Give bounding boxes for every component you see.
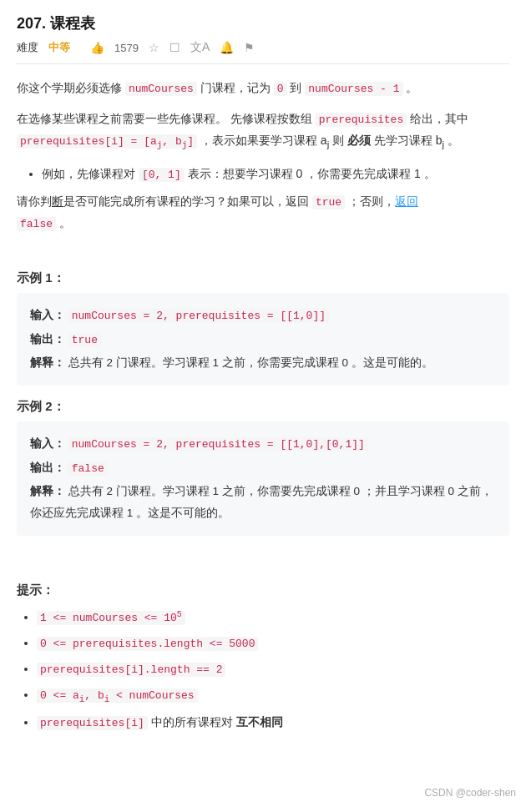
hint-item-3: prerequisites[i].length == 2 xyxy=(37,657,509,681)
desc-p1-code3: numCourses - 1 xyxy=(305,82,402,96)
desc-p3-code2: false xyxy=(17,217,56,231)
hint-item-4: 0 <= ai, bi < numCourses xyxy=(37,683,509,709)
desc-p3-text3: 。 xyxy=(56,216,71,229)
desc-para2: 在选修某些课程之前需要一些先修课程。 先修课程按数组 prerequisites… xyxy=(17,108,509,153)
hints-title: 提示： xyxy=(17,583,509,598)
watermark: CSDN @coder-shen xyxy=(424,787,516,799)
problem-title: 207. 课程表 xyxy=(17,13,95,33)
example1-input-label: 输入： xyxy=(30,309,65,321)
example1-input-value: numCourses = 2, prerequisites = [[1,0]] xyxy=(68,309,329,323)
hint-code-1: 1 <= numCourses <= 105 xyxy=(37,611,185,625)
example2-output-value: false xyxy=(68,461,108,476)
example2-box: 输入： numCourses = 2, prerequisites = [[1,… xyxy=(17,421,509,536)
problem-number: 207. xyxy=(17,15,46,32)
bullet-text2: 表示：想要学习课程 0 ，你需要先完成课程 1 。 xyxy=(185,167,436,180)
desc-p2-text3: ，表示如果要学习课程 aj 则 xyxy=(197,134,347,147)
example1-label: 示例 1： xyxy=(17,270,509,286)
desc-p3-text1: 请你判断是否可能完成所有课程的学习？如果可以，返回 xyxy=(17,194,312,208)
like-count: 1579 xyxy=(114,42,139,54)
desc-p2-code1: prerequisites xyxy=(316,113,407,127)
thumbs-up-icon[interactable]: 👍 xyxy=(90,41,104,54)
example2-output-label: 输出： xyxy=(30,461,65,474)
bookmark-icon[interactable]: ☐ xyxy=(169,41,180,54)
hint-bold-5: 互不相同 xyxy=(236,715,283,729)
example1-output-value: true xyxy=(68,333,101,347)
translate-icon[interactable]: 文A xyxy=(190,40,210,55)
bullet-list: 例如，先修课程对 [0, 1] 表示：想要学习课程 0 ，你需要先完成课程 1 … xyxy=(42,164,509,184)
desc-p1-text3: 到 xyxy=(287,81,306,94)
hint-code-5: prerequisites[i] xyxy=(37,716,148,730)
hint-text-5: 中的所有课程对 xyxy=(148,715,236,729)
bullet-text1: 例如，先修课程对 xyxy=(42,167,139,180)
example2-explain-value: 总共有 2 门课程。学习课程 1 之前，你需要先完成课程 0 ；并且学习课程 0… xyxy=(30,485,493,519)
meta-row: 难度 中等 👍 1579 ☆ ☐ 文A 🔔 ⚑ xyxy=(17,40,509,64)
bell-icon[interactable]: 🔔 xyxy=(220,41,234,54)
example1-box: 输入： numCourses = 2, prerequisites = [[1,… xyxy=(17,293,509,386)
example2-input-row: 输入： numCourses = 2, prerequisites = [[1,… xyxy=(30,433,496,456)
difficulty-value: 中等 xyxy=(48,40,70,55)
desc-p2-text1: 在选修某些课程之前需要一些先修课程。 先修课程按数组 xyxy=(17,112,316,125)
desc-para3: 请你判断是否可能完成所有课程的学习？如果可以，返回 true ；否则，返回 fa… xyxy=(17,191,509,234)
example2-input-value: numCourses = 2, prerequisites = [[1,0],[… xyxy=(68,437,368,451)
desc-p2-must: 必须 xyxy=(347,134,371,147)
hint-item-2: 0 <= prerequisites.length <= 5000 xyxy=(37,631,509,655)
hints-section: 提示： 1 <= numCourses <= 105 0 <= prerequi… xyxy=(17,583,509,734)
hint-item-5: prerequisites[i] 中的所有课程对 互不相同 xyxy=(37,710,509,734)
desc-p1-code2: 0 xyxy=(274,82,287,96)
title-row: 207. 课程表 xyxy=(17,13,509,33)
desc-p2-text4: 先学习课程 bj 。 xyxy=(371,134,459,147)
example1-explain-row: 解释： 总共有 2 门课程。学习课程 1 之前，你需要完成课程 0 。这是可能的… xyxy=(30,352,496,374)
example2-label: 示例 2： xyxy=(17,399,509,415)
desc-p2-text2: 给出，其中 xyxy=(407,112,468,125)
example2-explain-label: 解释： xyxy=(30,485,65,497)
example1-explain-label: 解释： xyxy=(30,356,65,369)
difficulty-label: 难度 xyxy=(17,40,38,55)
desc-p3-text2: ；否则， xyxy=(345,194,395,208)
desc-p1-text2: 门课程，记为 xyxy=(197,81,274,94)
flag-icon[interactable]: ⚑ xyxy=(244,41,255,54)
example2-explain-row: 解释： 总共有 2 门课程。学习课程 1 之前，你需要先完成课程 0 ；并且学习… xyxy=(30,481,496,523)
problem-title-text: 课程表 xyxy=(50,15,95,32)
bullet-item-1: 例如，先修课程对 [0, 1] 表示：想要学习课程 0 ，你需要先完成课程 1 … xyxy=(42,164,509,184)
example1-explain-value: 总共有 2 门课程。学习课程 1 之前，你需要完成课程 0 。这是可能的。 xyxy=(68,356,433,369)
example2-output-row: 输出： false xyxy=(30,457,496,480)
desc-p2-code2: prerequisites[i] = [aj, bj] xyxy=(17,134,197,149)
bullet-code1: [0, 1] xyxy=(139,168,185,182)
star-icon[interactable]: ☆ xyxy=(149,41,159,54)
example2-input-label: 输入： xyxy=(30,437,65,450)
hint-code-4: 0 <= ai, bi < numCourses xyxy=(37,688,198,703)
example1-input-row: 输入： numCourses = 2, prerequisites = [[1,… xyxy=(30,305,496,327)
desc-p3-link[interactable]: 返回 xyxy=(395,194,418,208)
example1-output-label: 输出： xyxy=(30,333,65,345)
hint-list: 1 <= numCourses <= 105 0 <= prerequisite… xyxy=(37,605,509,734)
desc-p1-text1: 你这个学期必须选修 xyxy=(17,81,125,94)
desc-p1-code1: numCourses xyxy=(125,82,197,96)
hint-code-2: 0 <= prerequisites.length <= 5000 xyxy=(37,637,258,651)
desc-p1-text4: 。 xyxy=(403,81,418,94)
hint-code-3: prerequisites[i].length == 2 xyxy=(37,663,225,677)
desc-para1: 你这个学期必须选修 numCourses 门课程，记为 0 到 numCours… xyxy=(17,78,509,98)
desc-p3-code1: true xyxy=(312,195,345,209)
hint-item-1: 1 <= numCourses <= 105 xyxy=(37,605,509,629)
example1-output-row: 输出： true xyxy=(30,329,496,351)
